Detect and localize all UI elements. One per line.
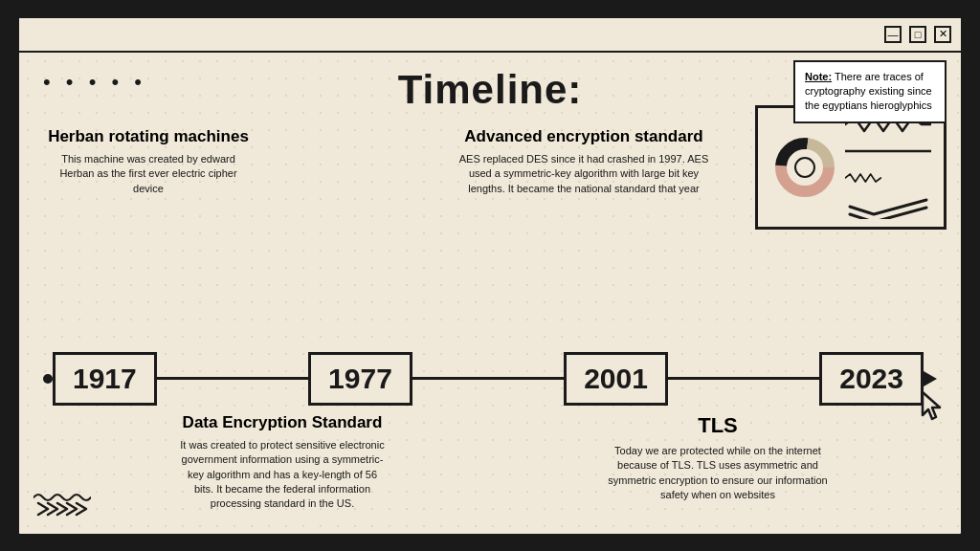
connector-1 [157, 377, 308, 380]
close-button[interactable]: ✕ [934, 26, 951, 43]
event-1977-bottom: Data Encryption Standard It was created … [177, 413, 388, 512]
event-1917-title: Herban rotating machines [43, 127, 254, 146]
year-box-1917: 1917 [53, 352, 157, 406]
note-box: Note: There are traces of cryptography e… [793, 60, 947, 123]
event-1977-title: Data Encryption Standard [177, 413, 388, 432]
year-box-2023: 2023 [819, 352, 924, 406]
dots-decoration: • • • • • [43, 70, 146, 95]
wave-lines-decoration [845, 115, 931, 219]
timeline-arrow [924, 371, 937, 386]
timeline-track: 1917 1977 2001 2023 [43, 352, 937, 406]
connector-3 [668, 377, 819, 380]
event-2001-top: Advanced encryption standard AES replace… [455, 127, 713, 197]
timeline-start-dot [43, 374, 53, 384]
arrows-decoration [33, 498, 105, 524]
image-box [755, 105, 947, 230]
donut-chart-icon [771, 134, 838, 201]
event-1917-top: Herban rotating machines This machine wa… [43, 127, 254, 197]
title-bar: — □ ✕ [19, 18, 961, 53]
main-window: — □ ✕ • • • • • Timeline: Note: There ar… [16, 15, 964, 537]
event-1917-desc: This machine was created by edward Herba… [43, 152, 254, 196]
connector-2 [412, 377, 564, 380]
event-2001-desc: AES replaced DES since it had crashed in… [455, 152, 713, 196]
cursor-icon [919, 388, 949, 430]
year-box-2001: 2001 [564, 352, 668, 406]
event-1977-desc: It was created to protect sensitive elec… [177, 438, 388, 512]
events-bottom: Data Encryption Standard It was created … [43, 413, 937, 537]
year-boxes: 1917 1977 2001 2023 [53, 352, 924, 406]
event-2001-title: Advanced encryption standard [455, 127, 713, 146]
event-2023-desc: Today we are protected while on the inte… [608, 444, 828, 503]
content-area: • • • • • Timeline: Note: There are trac… [19, 53, 961, 534]
event-2023-title: TLS [608, 413, 828, 438]
note-label: Note: [805, 71, 832, 82]
minimize-button[interactable]: — [884, 26, 902, 43]
svg-marker-6 [923, 392, 940, 419]
event-2023-bottom: TLS Today we are protected while on the … [608, 413, 828, 503]
year-box-1977: 1977 [308, 352, 412, 406]
maximize-button[interactable]: □ [909, 26, 926, 43]
